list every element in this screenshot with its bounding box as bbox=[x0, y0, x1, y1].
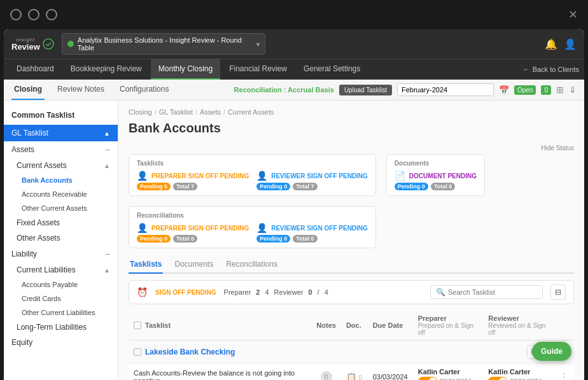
status-card-tasklists: Tasklists 👤 PREPARER SIGN OFF PENDING Pe… bbox=[129, 154, 376, 196]
assets-minus-icon: − bbox=[105, 144, 110, 155]
breadcrumb: Closing / GL Tasklist / Assets / Current… bbox=[129, 108, 574, 116]
nav-bookkeeping[interactable]: Bookkeeping Review bbox=[63, 59, 150, 80]
reviewer-date-1: 03/01/2024 bbox=[510, 378, 542, 381]
sub-nav-right: Reconciliation : Accrual Basis Upload Ta… bbox=[234, 83, 577, 96]
select-all-checkbox[interactable] bbox=[134, 321, 141, 329]
reconciliations-card-title: Reconciliations bbox=[137, 212, 368, 219]
table-row: Cash Accounts-Review the balance is not … bbox=[129, 364, 574, 381]
sidebar-item-other-current-assets[interactable]: Other Current Assets bbox=[4, 201, 118, 215]
sidebar-item-gl-tasklist[interactable]: GL Tasklist ▲ bbox=[4, 125, 118, 141]
subnav-review-notes[interactable]: Review Notes bbox=[55, 80, 107, 100]
group-name-lakeside: Lakeside Bank Checking bbox=[145, 348, 235, 356]
nav-dashboard[interactable]: Dashboard bbox=[9, 59, 62, 80]
sidebar-item-other-current-liabilities[interactable]: Other Current Liabilities bbox=[4, 306, 118, 320]
rec-preparer-label: PREPARER SIGN OFF PENDING bbox=[151, 225, 249, 232]
sign-off-counts: Preparer 2 4 Reviewer 0 / 4 bbox=[224, 288, 328, 296]
breadcrumb-assets[interactable]: Assets bbox=[200, 108, 221, 116]
reviewer-sign-off-label: REVIEWER SIGN OFF PENDING bbox=[271, 172, 368, 179]
rec-preparer-pending: Pending 0 bbox=[137, 235, 171, 243]
gl-tasklist-label: GL Tasklist bbox=[11, 129, 48, 137]
back-label: Back to Clients bbox=[533, 66, 579, 73]
doc-icon-1[interactable]: 📋 bbox=[346, 372, 356, 381]
guide-button[interactable]: Guide bbox=[532, 342, 571, 361]
window-btn-1[interactable] bbox=[10, 9, 22, 20]
window-chrome: ✕ bbox=[0, 0, 588, 29]
app-container: insight Review Analytix Business Solutio… bbox=[4, 29, 584, 380]
doc-cell-1: 📋 0 bbox=[341, 364, 368, 381]
reviewer-sub-label: Reviewed on & Sign off bbox=[488, 322, 549, 336]
th-due-date: Due Date bbox=[368, 311, 413, 341]
other-assets-label: Other Assets bbox=[17, 234, 60, 243]
task-table: Tasklist Notes Doc. Due Date Preparer Pr… bbox=[129, 311, 574, 380]
rec-reviewer-label: REVIEWER SIGN OFF PENDING bbox=[271, 225, 368, 232]
more-menu-1[interactable]: ⋮ bbox=[559, 372, 569, 381]
window-buttons bbox=[10, 9, 57, 20]
search-input[interactable] bbox=[448, 288, 537, 296]
date-input[interactable] bbox=[397, 83, 494, 96]
doc-pending-badge: Pending 0 bbox=[395, 183, 428, 190]
sidebar-item-other-assets[interactable]: Other Assets bbox=[4, 230, 118, 246]
user-icon[interactable]: 👤 bbox=[564, 38, 577, 50]
nav-back-to-clients[interactable]: ← Back to Clients bbox=[523, 66, 579, 73]
current-assets-arrow: ▲ bbox=[104, 162, 110, 169]
reviewer-name-1: Katlin Carter bbox=[488, 368, 549, 376]
sidebar-section-liability[interactable]: Liability − bbox=[4, 246, 118, 262]
subnav-closing[interactable]: Closing bbox=[11, 80, 45, 100]
fixed-assets-label: Fixed Assets bbox=[17, 218, 60, 227]
reviewer-badges: Pending 0 Total 7 bbox=[256, 183, 368, 190]
reviewer-toggle-1[interactable] bbox=[488, 377, 507, 380]
group-checkbox-lakeside[interactable] bbox=[134, 348, 141, 356]
rec-preparer-total: Total 0 bbox=[173, 235, 197, 243]
tab-tasklists[interactable]: Tasklists bbox=[129, 256, 163, 274]
calendar-icon[interactable]: 📅 bbox=[499, 85, 509, 95]
document-pending-label: DOCUMENT PENDING bbox=[409, 172, 477, 179]
window-btn-3[interactable] bbox=[46, 9, 57, 20]
tab-documents[interactable]: Documents bbox=[173, 256, 214, 274]
nav-general[interactable]: General Settings bbox=[296, 59, 368, 80]
action-icon-1[interactable]: ⊞ bbox=[556, 85, 564, 95]
client-selector[interactable]: Analytix Business Solutions - Insight Re… bbox=[62, 33, 265, 55]
action-icon-2[interactable]: ⇓ bbox=[569, 85, 577, 95]
notes-badge-1[interactable]: 0 bbox=[321, 371, 332, 380]
breadcrumb-closing[interactable]: Closing bbox=[129, 108, 152, 116]
nav-monthly-closing[interactable]: Monthly Closing bbox=[151, 59, 220, 80]
hide-status-link[interactable]: Hide Status bbox=[129, 144, 574, 151]
sign-off-row: ⏰ SIGN OFF PENDING Preparer 2 4 Reviewer… bbox=[129, 280, 574, 304]
reconciliation-badge: Reconciliation : Accrual Basis bbox=[234, 86, 334, 94]
preparer-user-icon: 👤 bbox=[137, 171, 148, 181]
reviewer-total: / bbox=[318, 288, 319, 296]
sidebar-section-assets[interactable]: Assets − bbox=[4, 141, 118, 158]
reviewer-count-label: Reviewer bbox=[274, 288, 304, 296]
filter-icon-button[interactable]: ⊟ bbox=[550, 285, 566, 300]
gl-tasklist-arrow: ▲ bbox=[104, 130, 110, 137]
client-status-dot bbox=[67, 41, 74, 47]
preparer-date-1: 03/01/2024 bbox=[440, 378, 472, 381]
doc-count-1: 0 bbox=[359, 374, 363, 381]
tab-reconciliations[interactable]: Reconciliations bbox=[225, 256, 279, 274]
subnav-configurations[interactable]: Configurations bbox=[117, 80, 171, 100]
liability-minus-icon: − bbox=[105, 249, 110, 259]
client-dropdown-icon: ▾ bbox=[256, 41, 260, 48]
sidebar-item-accounts-payable[interactable]: Accounts Payable bbox=[4, 278, 118, 292]
sidebar-item-bank-accounts[interactable]: Bank Accounts bbox=[4, 173, 118, 187]
sidebar-item-fixed-assets[interactable]: Fixed Assets bbox=[4, 215, 118, 230]
preparer-toggle-1[interactable] bbox=[418, 377, 437, 380]
sidebar-item-accounts-receivable[interactable]: Accounts Receivable bbox=[4, 187, 118, 201]
page-title: Bank Accounts bbox=[129, 121, 574, 136]
breadcrumb-current-assets[interactable]: Current Assets bbox=[228, 108, 274, 116]
upload-tasklist-button[interactable]: Upload Tasklist bbox=[339, 85, 392, 95]
nav-financial[interactable]: Financial Review bbox=[221, 59, 295, 80]
sidebar-item-long-term-liabilities[interactable]: Long-Term Liabilities bbox=[4, 320, 118, 335]
sidebar-group-current-assets[interactable]: Current Assets ▲ bbox=[4, 158, 118, 173]
sidebar-item-credit-cards[interactable]: Credit Cards bbox=[4, 292, 118, 306]
breadcrumb-gl-tasklist[interactable]: GL Tasklist bbox=[159, 108, 193, 116]
notification-icon[interactable]: 🔔 bbox=[545, 38, 557, 50]
tasklists-card-title: Tasklists bbox=[137, 160, 368, 167]
sidebar-section-equity[interactable]: Equity bbox=[4, 335, 118, 350]
preparer-badges: Pending 5 Total 7 bbox=[137, 183, 249, 190]
reviewer-num: 0 bbox=[308, 288, 312, 296]
th-doc: Doc. bbox=[341, 311, 368, 341]
sidebar-group-current-liabilities[interactable]: Current Liabilities ▲ bbox=[4, 262, 118, 278]
window-btn-2[interactable] bbox=[28, 9, 39, 20]
window-close-button[interactable]: ✕ bbox=[568, 8, 578, 22]
